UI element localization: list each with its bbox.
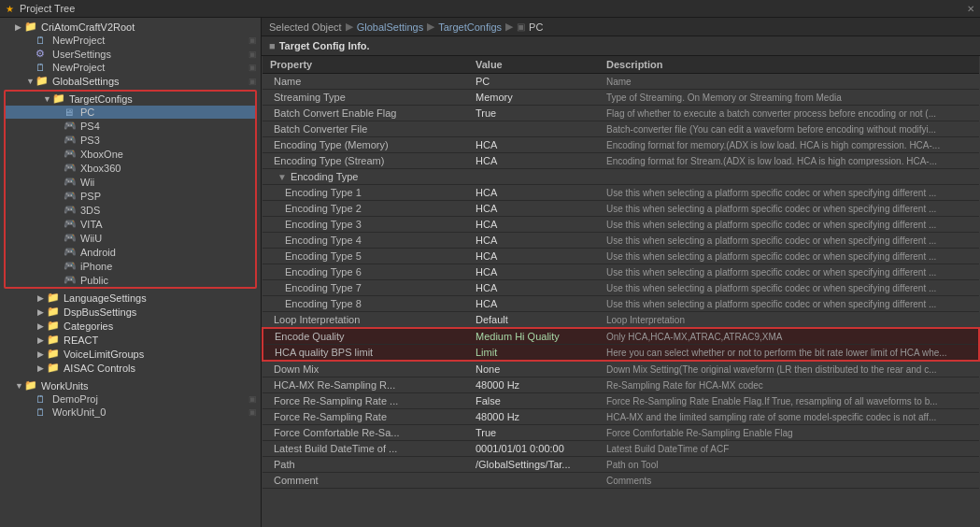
prop-name-cell: Encode Quality (263, 328, 468, 345)
prop-value-cell[interactable]: None (468, 361, 599, 377)
table-row: Encoding Type 2HCAUse this when selectin… (263, 201, 979, 217)
prop-value-cell[interactable]: True (468, 425, 599, 441)
prop-desc-cell: Force Comfortable Re-Sampling Enable Fla… (599, 425, 979, 441)
tree-label-tc: TargetConfigs (69, 93, 133, 105)
tree-item-ps4[interactable]: 🎮 PS4 (6, 119, 255, 133)
tree-item-workunits[interactable]: ▼ 📁 WorkUnits (0, 378, 261, 392)
prop-value-cell[interactable]: HCA (468, 137, 599, 153)
tree-label-vita: VITA (80, 219, 103, 230)
prop-value-cell[interactable] (468, 121, 599, 137)
left-panel: ▶ 📁 CriAtomCraftV2Root 🗒 NewProject ▣ ⚙ … (0, 18, 262, 527)
file-icon-xboxone: 🎮 (64, 148, 78, 160)
prop-value-cell[interactable]: HCA (468, 249, 599, 264)
tree-item-pc[interactable]: 🖥 PC (6, 106, 255, 119)
tree-item-root[interactable]: ▶ 📁 CriAtomCraftV2Root (0, 20, 261, 34)
prop-value-cell[interactable] (468, 473, 599, 489)
prop-value-cell[interactable]: HCA (468, 296, 599, 312)
folder-icon-dbs: 📁 (47, 306, 62, 318)
breadcrumb-current: PC (529, 21, 543, 33)
title-icon: ★ (6, 4, 14, 14)
breadcrumb-sep1: ▶ (346, 21, 353, 33)
np2-icon: ▣ (249, 63, 257, 72)
tree-item-public[interactable]: 🎮 Public (6, 273, 255, 287)
tree-item-langsettings[interactable]: ▶ 📁 LanguageSettings (0, 291, 261, 305)
tree-item-usersettings[interactable]: ⚙ UserSettings ▣ (0, 47, 261, 61)
file-icon-pc: 🖥 (64, 107, 78, 118)
file-icon-wii: 🎮 (64, 176, 78, 188)
tree-item-psp[interactable]: 🎮 PSP (6, 189, 255, 203)
tree-item-categories[interactable]: ▶ 📁 Categories (0, 319, 261, 333)
prop-name-cell: Latest Build DateTime of ... (263, 441, 468, 457)
tree-item-targetconfigs[interactable]: ▼ 📁 TargetConfigs (6, 92, 255, 106)
prop-value-cell[interactable]: 48000 Hz (468, 409, 599, 425)
prop-value-cell[interactable]: Memory (468, 90, 599, 106)
table-row: Path/GlobalSettings/Tar...Path on Tool (263, 457, 979, 473)
tree-item-dspbussettings[interactable]: ▶ 📁 DspBusSettings (0, 305, 261, 319)
folder-icon-wu: 📁 (24, 379, 39, 392)
tree-area[interactable]: ▶ 📁 CriAtomCraftV2Root 🗒 NewProject ▣ ⚙ … (0, 18, 261, 527)
breadcrumb-targetconfigs[interactable]: TargetConfigs (438, 21, 502, 33)
close-icon[interactable]: ✕ (967, 4, 974, 14)
title-label: Project Tree (20, 3, 75, 14)
tree-item-xbox360[interactable]: 🎮 Xbox360 (6, 161, 255, 175)
prop-value-cell[interactable]: 48000 Hz (468, 377, 599, 393)
arrow-react: ▶ (37, 335, 47, 345)
prop-desc-cell: Latest Build DateTime of ACF (599, 441, 979, 457)
prop-value-cell[interactable]: True (468, 106, 599, 121)
prop-name-cell: Force Comfortable Re-Sa... (263, 425, 468, 441)
table-row: Encoding Type 3HCAUse this when selectin… (263, 217, 979, 233)
table-section-row: ▼ Encoding Type (263, 169, 979, 185)
prop-value-cell[interactable]: HCA (468, 217, 599, 233)
prop-desc-cell: Use this when selecting a platform speci… (599, 185, 979, 201)
tree-label-psp: PSP (80, 191, 101, 202)
prop-value-cell[interactable]: /GlobalSettings/Tar... (468, 457, 599, 473)
prop-value-cell[interactable]: HCA (468, 185, 599, 201)
prop-name-cell: Encoding Type 2 (263, 201, 468, 217)
tree-item-react[interactable]: ▶ 📁 REACT (0, 333, 261, 347)
prop-name-cell: Encoding Type (Memory) (263, 137, 468, 153)
tree-label-wu: WorkUnits (41, 380, 89, 392)
prop-value-cell[interactable]: 0001/01/01 0:00:00 (468, 441, 599, 457)
tree-item-aisac[interactable]: ▶ 📁 AISAC Controls (0, 361, 261, 375)
tree-item-newproject2[interactable]: 🗒 NewProject ▣ (0, 61, 261, 74)
prop-value-cell[interactable]: PC (468, 74, 599, 90)
tree-item-iphone[interactable]: 🎮 iPhone (6, 259, 255, 273)
tree-item-ps3[interactable]: 🎮 PS3 (6, 133, 255, 147)
tree-label-xboxone: XboxOne (80, 149, 123, 160)
arrow-gs: ▼ (26, 77, 36, 86)
tree-item-newproject1[interactable]: 🗒 NewProject ▣ (0, 34, 261, 47)
prop-value-cell[interactable]: HCA (468, 201, 599, 217)
tree-label-cat: Categories (64, 320, 113, 332)
folder-icon-tc: 📁 (52, 93, 67, 105)
prop-value-cell[interactable]: False (468, 393, 599, 409)
tree-item-vita[interactable]: 🎮 VITA (6, 217, 255, 231)
prop-table[interactable]: Property Value Description NamePCNameStr… (262, 56, 980, 527)
col-property: Property (263, 56, 468, 74)
tree-item-xboxone[interactable]: 🎮 XboxOne (6, 147, 255, 161)
prop-value-cell[interactable]: HCA (468, 233, 599, 249)
tree-item-wii[interactable]: 🎮 Wii (6, 175, 255, 189)
tree-item-android[interactable]: 🎮 Android (6, 245, 255, 259)
tree-item-globalsettings[interactable]: ▼ 📁 GlobalSettings ▣ (0, 74, 261, 88)
prop-desc-cell: Use this when selecting a platform speci… (599, 201, 979, 217)
tree-item-demoproj[interactable]: 🗒 DemoProj ▣ (0, 392, 261, 406)
table-row: Encoding Type 6HCAUse this when selectin… (263, 264, 979, 280)
table-row: Force Comfortable Re-Sa...TrueForce Comf… (263, 425, 979, 441)
red-box-targetconfigs: ▼ 📁 TargetConfigs 🖥 PC 🎮 PS4 (4, 90, 257, 289)
prop-value-cell[interactable]: Medium Hi Quality (468, 328, 599, 345)
breadcrumb-icon: ▣ (517, 21, 525, 32)
breadcrumb-globalsettings[interactable]: GlobalSettings (357, 21, 424, 33)
tree-label-wu0: WorkUnit_0 (52, 406, 106, 418)
prop-value-cell[interactable]: HCA (468, 280, 599, 296)
tree-item-voicelimit[interactable]: ▶ 📁 VoiceLimitGroups (0, 347, 261, 361)
tree-item-wiiu[interactable]: 🎮 WiiU (6, 231, 255, 245)
prop-value-cell[interactable]: Limit (468, 345, 599, 362)
table-row: Batch Convert Enable FlagTrueFlag of whe… (263, 106, 979, 121)
tree-item-workunit0[interactable]: 🗒 WorkUnit_0 ▣ (0, 406, 261, 419)
folder-icon-ls: 📁 (47, 292, 62, 304)
tree-item-3ds[interactable]: 🎮 3DS (6, 203, 255, 217)
prop-value-cell[interactable]: HCA (468, 264, 599, 280)
prop-value-cell[interactable]: Default (468, 312, 599, 329)
prop-value-cell[interactable]: HCA (468, 153, 599, 169)
breadcrumb-bar: Selected Object ▶ GlobalSettings ▶ Targe… (262, 18, 980, 36)
